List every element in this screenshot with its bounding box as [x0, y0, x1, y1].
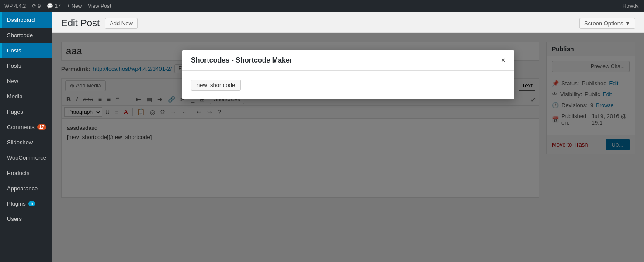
sidebar-item-shortcode[interactable]: Shortcode [0, 28, 52, 43]
comments-badge: 17 [37, 124, 46, 130]
modal-header: Shortcodes - Shortcode Maker × [182, 50, 514, 71]
new-button[interactable]: + New [67, 3, 82, 9]
add-new-button[interactable]: Add New [105, 18, 138, 29]
updates-count[interactable]: ⟳ 9 [32, 3, 41, 9]
sidebar-item-comments[interactable]: Comments 17 [0, 119, 52, 135]
sidebar-item-media[interactable]: Media [0, 89, 52, 104]
admin-bar: WP 4.4.2 ⟳ 9 💬 17 + New View Post Howdy, [0, 0, 644, 12]
sidebar-item-plugins[interactable]: Plugins 5 [0, 196, 52, 211]
plugins-badge: 5 [28, 201, 35, 206]
comments-count[interactable]: 💬 17 [47, 3, 61, 9]
sidebar-label-woocommerce: WooCommerce [7, 154, 46, 161]
sidebar: Dashboard Shortcode Posts Posts New Medi… [0, 12, 52, 262]
sidebar-item-appearance[interactable]: Appearance [0, 181, 52, 196]
view-post-link[interactable]: View Post [88, 3, 111, 9]
sidebar-label-slideshow: Slideshow [7, 139, 33, 146]
sidebar-label-new: New [7, 78, 18, 84]
sidebar-item-woocommerce[interactable]: WooCommerce [0, 150, 52, 165]
main-content: Edit Post Add New Screen Options ▼ Perma… [52, 12, 644, 262]
howdy-label: Howdy, [623, 3, 640, 9]
modal-overlay[interactable]: Shortcodes - Shortcode Maker × new_short… [52, 33, 644, 262]
sidebar-label-products: Products [7, 170, 29, 176]
screen-options-button[interactable]: Screen Options ▼ [579, 18, 635, 29]
sidebar-item-pages[interactable]: Pages [0, 104, 52, 119]
sidebar-label-pages: Pages [7, 108, 23, 115]
modal-close-button[interactable]: × [501, 56, 506, 64]
sidebar-item-new[interactable]: New [0, 73, 52, 89]
content-area: Permalink: http://localhost/wp4.4.2/3401… [52, 33, 644, 262]
modal-body: new_shortcode [182, 71, 514, 99]
shortcode-tag[interactable]: new_shortcode [191, 80, 241, 91]
wp-version[interactable]: WP 4.4.2 [4, 3, 26, 9]
sidebar-item-posts-sub[interactable]: Posts [0, 58, 52, 73]
sidebar-label-posts: Posts [7, 47, 21, 54]
page-header: Edit Post Add New Screen Options ▼ [52, 12, 644, 33]
sidebar-label-plugins: Plugins [7, 200, 26, 207]
sidebar-label-users: Users [7, 216, 22, 222]
sidebar-label-dashboard: Dashboard [7, 17, 35, 23]
main-layout: Dashboard Shortcode Posts Posts New Medi… [0, 12, 644, 262]
modal-title: Shortcodes - Shortcode Maker [191, 56, 292, 64]
sidebar-item-dashboard[interactable]: Dashboard [0, 12, 52, 28]
sidebar-label-media: Media [7, 93, 22, 100]
page-title: Edit Post [61, 17, 100, 29]
shortcode-modal: Shortcodes - Shortcode Maker × new_short… [182, 50, 514, 99]
sidebar-label-comments: Comments [7, 124, 35, 130]
sidebar-item-users[interactable]: Users [0, 211, 52, 227]
sidebar-item-posts[interactable]: Posts [0, 43, 52, 58]
sidebar-label-shortcode: Shortcode [7, 32, 33, 38]
sidebar-item-products[interactable]: Products [0, 165, 52, 181]
sidebar-label-appearance: Appearance [7, 185, 38, 192]
sidebar-item-slideshow[interactable]: Slideshow [0, 135, 52, 150]
sidebar-label-posts-sub: Posts [7, 63, 21, 69]
